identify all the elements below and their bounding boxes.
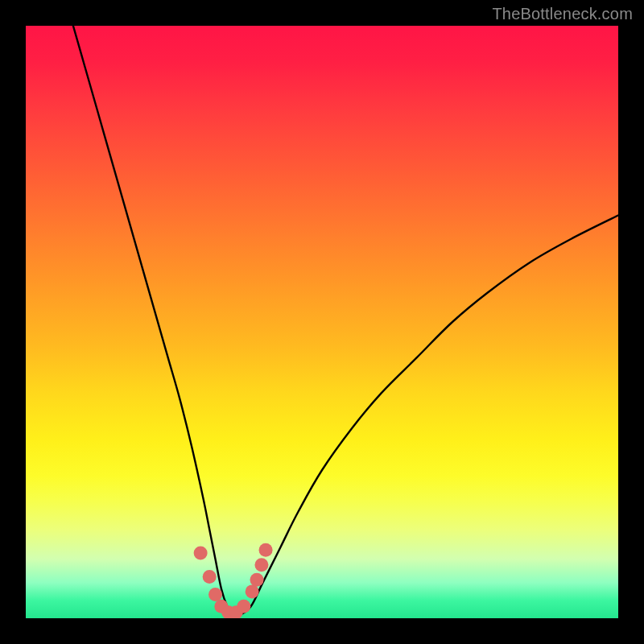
bottleneck-curve (73, 26, 618, 617)
highlight-dot (254, 558, 268, 572)
highlight-dot (194, 547, 208, 560)
watermark-text: TheBottleneck.com (492, 5, 633, 23)
plot-area (26, 26, 618, 618)
chart-frame: TheBottleneck.com (0, 0, 644, 644)
highlight-dots (194, 543, 273, 618)
highlight-dot (237, 600, 250, 613)
highlight-dot (250, 573, 264, 587)
curve-layer (26, 26, 618, 618)
highlight-dot (259, 543, 273, 557)
highlight-dot (208, 588, 222, 601)
highlight-dot (203, 570, 217, 584)
highlight-dot (246, 584, 259, 598)
